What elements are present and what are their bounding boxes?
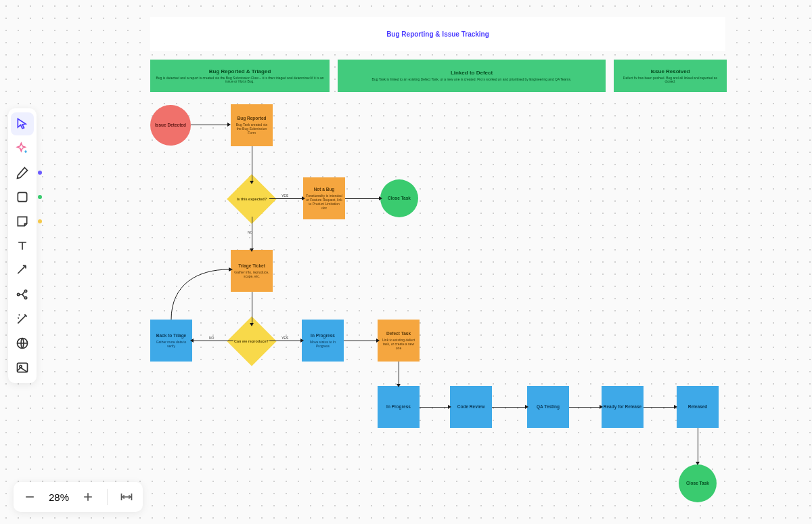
- edge: [194, 341, 233, 341]
- zoom-toolbar: 28%: [14, 482, 143, 512]
- zoom-fit-button[interactable]: [120, 490, 133, 504]
- node-close-task-1[interactable]: Close Task: [380, 179, 418, 217]
- node-title: In Progress: [311, 333, 335, 339]
- zoom-out-button[interactable]: [23, 490, 37, 504]
- plus-icon: [81, 490, 95, 504]
- minus-icon: [23, 490, 37, 504]
- node-code-review[interactable]: Code Review: [450, 386, 492, 428]
- edge: [492, 407, 525, 408]
- stage-title: Linked to Defect: [342, 70, 602, 76]
- node-close-task-2[interactable]: Close Task: [679, 464, 717, 502]
- svg-point-3: [24, 290, 26, 292]
- node-bug-reported[interactable]: Bug Reported Bug Task created via the Bu…: [231, 104, 273, 146]
- shape-tool[interactable]: [11, 185, 34, 209]
- left-toolbar: [8, 108, 37, 383]
- node-defect-task[interactable]: Defect Task Link to existing defect task…: [378, 320, 420, 362]
- node-triage-ticket[interactable]: Triage Ticket Gather info, reproduce, sc…: [231, 250, 273, 292]
- node-title: Ready for Release: [604, 404, 641, 410]
- divider: [107, 489, 108, 505]
- arrow-head-icon: [250, 248, 254, 252]
- arrow-head-icon: [696, 462, 700, 465]
- arrow-head-icon: [674, 405, 677, 409]
- node-in-progress-2[interactable]: In Progress: [378, 386, 420, 428]
- node-title: Is this expected?: [237, 197, 267, 202]
- stage-subtitle: Defect fix has been pushed. Bug and all …: [618, 77, 723, 84]
- stage-bug-reported[interactable]: Bug Reported & Triaged Bug is detected a…: [150, 60, 330, 92]
- select-tool[interactable]: [11, 112, 34, 135]
- edge-label-yes: YES: [281, 336, 288, 340]
- zoom-level[interactable]: 28%: [49, 492, 69, 503]
- edge: [252, 292, 252, 323]
- node-ready-release[interactable]: Ready for Release: [602, 386, 644, 428]
- node-subtitle: Functionality is intended or Feature Req…: [303, 194, 345, 210]
- node-not-a-bug[interactable]: Not a Bug Functionality is intended or F…: [303, 177, 345, 219]
- edge-label-no: NO: [248, 230, 253, 234]
- svg-marker-0: [229, 267, 233, 271]
- ai-tool[interactable]: [11, 137, 34, 160]
- stage-title: Issue Resolved: [618, 68, 723, 74]
- node-title: QA Testing: [537, 404, 560, 410]
- fit-width-icon: [120, 490, 133, 504]
- node-in-progress-1[interactable]: In Progress Move status to In Progress: [302, 320, 344, 362]
- square-icon: [16, 190, 29, 204]
- pen-icon: [16, 166, 29, 179]
- edge: [644, 407, 674, 408]
- sticky-note-tool[interactable]: [11, 210, 34, 233]
- diagram-title-card[interactable]: Bug Reporting & Issue Tracking: [150, 17, 725, 51]
- node-subtitle: Move status to In Progress: [302, 340, 344, 348]
- node-subtitle: Bug Task created via the Bug Submission …: [231, 123, 273, 135]
- text-icon: [16, 239, 29, 253]
- text-tool[interactable]: [11, 234, 34, 257]
- arrow-head-icon: [525, 405, 528, 409]
- node-title: Not a Bug: [314, 187, 335, 192]
- stage-title: Bug Reported & Triaged: [154, 68, 325, 74]
- edge-label-no: NO: [209, 336, 215, 340]
- connector-tool[interactable]: [11, 259, 34, 282]
- svg-point-4: [24, 297, 26, 299]
- arrow-head-icon: [379, 196, 382, 200]
- node-qa-testing[interactable]: QA Testing: [527, 386, 569, 428]
- edge: [191, 125, 227, 125]
- node-title: Issue Detected: [155, 123, 186, 128]
- edge: [420, 407, 448, 408]
- stage-issue-resolved[interactable]: Issue Resolved Defect fix has been pushe…: [614, 60, 727, 92]
- node-subtitle: Link to existing defect task, or create …: [378, 338, 420, 350]
- mindmap-tool[interactable]: [11, 283, 34, 306]
- edge: [344, 341, 376, 341]
- edge: [569, 407, 600, 408]
- diagram-canvas[interactable]: Bug Reporting & Issue Tracking Bug Repor…: [0, 0, 812, 524]
- arrow-head-icon: [300, 339, 304, 343]
- stage-subtitle: Bug is detected and a report is created …: [154, 77, 325, 84]
- arrow-head-icon: [250, 181, 254, 184]
- image-icon: [16, 361, 29, 374]
- mindmap-icon: [16, 288, 29, 301]
- arrow-head-icon: [397, 384, 401, 387]
- edge: [698, 428, 698, 462]
- node-title: Back to Triage: [156, 333, 186, 339]
- node-title: Defect Task: [386, 331, 411, 336]
- node-title: Close Task: [388, 196, 411, 201]
- node-title: Triage Ticket: [238, 263, 265, 269]
- pen-tool[interactable]: [11, 161, 34, 184]
- node-issue-detected[interactable]: Issue Detected: [150, 105, 191, 146]
- edge: [269, 341, 300, 341]
- arrow-head-icon: [600, 405, 603, 409]
- magic-tool[interactable]: [11, 307, 34, 330]
- tool-color-dot: [38, 219, 42, 223]
- zoom-in-button[interactable]: [81, 490, 95, 504]
- arrow-head-icon: [448, 405, 451, 409]
- node-back-to-triage[interactable]: Back to Triage Gather more data to verif…: [150, 320, 192, 362]
- stage-linked-defect[interactable]: Linked to Defect Bug Task is linked to a…: [338, 60, 606, 92]
- node-subtitle: Gather info, reproduce, scope, etc.: [231, 270, 273, 278]
- edge: [269, 198, 302, 199]
- stage-subtitle: Bug Task is linked to an existing Defect…: [342, 78, 602, 82]
- globe-icon: [16, 336, 29, 350]
- web-tool[interactable]: [11, 332, 34, 355]
- arrow-head-icon: [227, 123, 231, 127]
- arrow-head-icon: [302, 196, 305, 200]
- edge: [252, 146, 252, 181]
- cursor-icon: [16, 117, 29, 131]
- image-tool[interactable]: [11, 356, 34, 379]
- sparkle-plus-icon: [16, 141, 29, 155]
- node-released[interactable]: Released: [677, 386, 719, 428]
